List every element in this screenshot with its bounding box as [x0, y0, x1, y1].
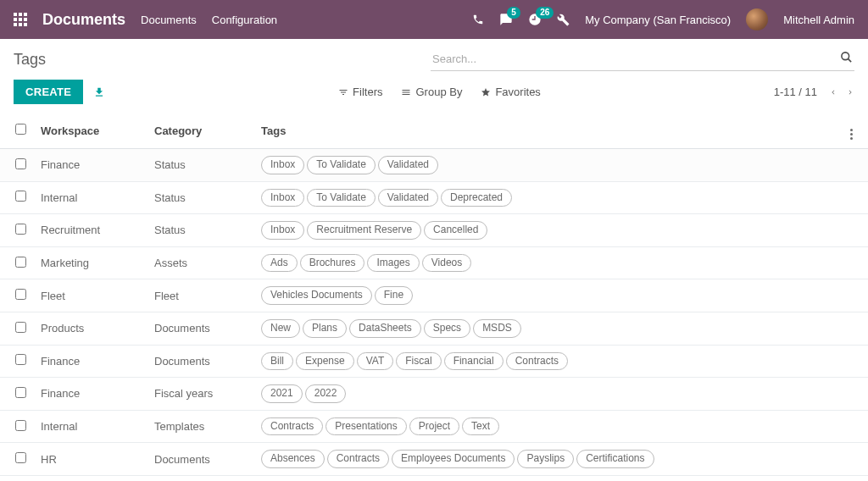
cell-tags: InboxTo ValidateValidatedDeprecated — [254, 181, 868, 214]
search-input[interactable] — [431, 47, 854, 71]
tag-pill[interactable]: Validated — [378, 156, 438, 174]
tag-pill[interactable]: Certifications — [576, 450, 654, 468]
tag-pill[interactable]: Vehicles Documents — [261, 286, 372, 305]
username[interactable]: Mitchell Admin — [783, 14, 854, 26]
table-row[interactable]: MarketingAssetsAdsBrochuresImagesVideos — [0, 246, 868, 279]
row-checkbox[interactable] — [15, 158, 26, 169]
tag-pill[interactable]: To Validate — [307, 156, 375, 174]
tag-pill[interactable]: Contracts — [506, 352, 568, 371]
tag-pill[interactable]: Contracts — [327, 450, 389, 468]
row-checkbox[interactable] — [15, 420, 26, 431]
avatar[interactable] — [746, 8, 768, 30]
activities-icon[interactable]: 26 — [528, 13, 542, 26]
cell-category: Knowledge — [147, 475, 254, 481]
messages-icon[interactable]: 5 — [499, 13, 513, 26]
cell-workspace: Products — [34, 312, 147, 345]
tag-pill[interactable]: VAT — [357, 352, 394, 371]
tag-pill[interactable]: 2021 — [261, 384, 303, 403]
tag-pill[interactable]: Specs — [424, 319, 470, 338]
table-row[interactable]: InternalStatusInboxTo ValidateValidatedD… — [0, 181, 868, 214]
tag-pill[interactable]: Contracts — [261, 417, 323, 436]
row-checkbox[interactable] — [15, 191, 26, 202]
cell-category: Documents — [147, 345, 254, 378]
cell-workspace: Fleet — [34, 279, 147, 312]
tag-pill[interactable]: New — [261, 319, 300, 338]
tag-pill[interactable]: Financial — [444, 352, 504, 371]
row-checkbox[interactable] — [15, 322, 26, 333]
tag-pill[interactable]: Plans — [303, 319, 347, 338]
cell-workspace: Internal — [34, 475, 147, 481]
tag-pill[interactable]: Presentations — [326, 417, 406, 436]
brand: Documents — [42, 11, 125, 29]
tag-pill[interactable]: Project — [409, 417, 459, 436]
pager-prev-icon[interactable] — [829, 86, 837, 98]
phone-icon[interactable] — [472, 14, 484, 25]
col-tags[interactable]: Tags — [254, 113, 843, 149]
tag-pill[interactable]: Recruitment Reserve — [307, 221, 421, 240]
tag-pill[interactable]: Videos — [422, 254, 471, 273]
row-checkbox[interactable] — [15, 354, 26, 365]
select-all-checkbox[interactable] — [15, 124, 26, 135]
tag-pill[interactable]: Inbox — [261, 221, 304, 240]
row-checkbox[interactable] — [15, 289, 26, 300]
pager-next-icon[interactable] — [846, 86, 854, 98]
cell-tags: BillExpenseVATFiscalFinancialContracts — [254, 345, 868, 378]
row-checkbox[interactable] — [15, 387, 26, 398]
tag-pill[interactable]: Inbox — [261, 156, 304, 174]
tag-pill[interactable]: Absences — [261, 450, 325, 468]
tag-pill[interactable]: Fine — [375, 286, 413, 305]
tag-pill[interactable]: Employees Documents — [392, 450, 515, 468]
row-checkbox[interactable] — [15, 452, 26, 463]
table-row[interactable]: HRDocumentsAbsencesContractsEmployees Do… — [0, 443, 868, 476]
pager[interactable]: 1-11 / 11 — [774, 86, 817, 98]
filters-label: Filters — [353, 86, 382, 98]
row-checkbox[interactable] — [15, 257, 26, 268]
columns-menu-icon[interactable] — [850, 129, 861, 140]
search-icon[interactable] — [840, 51, 853, 64]
table-row[interactable]: ProductsDocumentsNewPlansDataSheetsSpecs… — [0, 312, 868, 345]
cell-tags: HRLegalSalesOther — [254, 475, 868, 481]
row-checkbox[interactable] — [15, 224, 26, 235]
table-row[interactable]: FinanceDocumentsBillExpenseVATFiscalFina… — [0, 345, 868, 378]
table-row[interactable]: RecruitmentStatusInboxRecruitment Reserv… — [0, 214, 868, 247]
tag-pill[interactable]: Bill — [261, 352, 293, 371]
tag-pill[interactable]: Images — [367, 254, 419, 273]
import-icon[interactable] — [93, 86, 105, 98]
col-category[interactable]: Category — [147, 113, 254, 149]
tag-pill[interactable]: Ads — [261, 254, 298, 273]
groupby-button[interactable]: Group By — [401, 86, 462, 98]
nav-link-configuration[interactable]: Configuration — [212, 14, 277, 26]
cell-category: Assets — [147, 246, 254, 279]
tag-pill[interactable]: Fiscal — [396, 352, 441, 371]
tag-pill[interactable]: Text — [462, 417, 499, 436]
apps-icon[interactable] — [14, 13, 27, 26]
tag-pill[interactable]: Expense — [296, 352, 354, 371]
tag-pill[interactable]: Brochures — [300, 254, 365, 273]
tag-pill[interactable]: 2022 — [305, 384, 347, 403]
tag-pill[interactable]: Deprecated — [441, 189, 512, 207]
cell-workspace: HR — [34, 443, 147, 476]
tag-pill[interactable]: Cancelled — [424, 221, 487, 240]
tag-pill[interactable]: MSDS — [473, 319, 521, 338]
favorites-button[interactable]: Favorites — [481, 86, 540, 98]
table-row[interactable]: InternalKnowledgeHRLegalSalesOther — [0, 475, 868, 481]
cell-category: Status — [147, 181, 254, 214]
tag-pill[interactable]: Inbox — [261, 189, 304, 207]
tag-pill[interactable]: To Validate — [307, 189, 375, 207]
cell-tags: Vehicles DocumentsFine — [254, 279, 868, 312]
table-row[interactable]: InternalTemplatesContractsPresentationsP… — [0, 410, 868, 443]
table-row[interactable]: FinanceStatusInboxTo ValidateValidated — [0, 149, 868, 182]
debug-icon[interactable] — [557, 14, 570, 26]
tag-pill[interactable]: Validated — [378, 189, 438, 207]
filters-button[interactable]: Filters — [338, 86, 382, 98]
nav-link-documents[interactable]: Documents — [141, 14, 197, 26]
company-selector[interactable]: My Company (San Francisco) — [585, 14, 731, 26]
table-row[interactable]: FleetFleetVehicles DocumentsFine — [0, 279, 868, 312]
create-button[interactable]: CREATE — [14, 80, 83, 104]
table-row[interactable]: FinanceFiscal years20212022 — [0, 378, 868, 411]
tag-pill[interactable]: Payslips — [517, 450, 574, 468]
tag-pill[interactable]: DataSheets — [349, 319, 421, 338]
svg-point-0 — [842, 53, 849, 60]
col-workspace[interactable]: Workspace — [34, 113, 147, 149]
cell-workspace: Finance — [34, 149, 147, 182]
